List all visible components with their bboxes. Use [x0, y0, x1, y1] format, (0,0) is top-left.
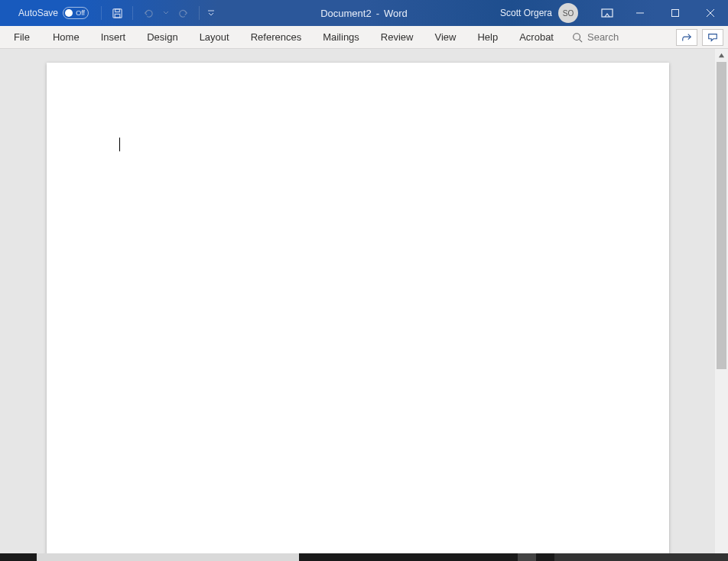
title-right: Scott Orgera SO [500, 0, 728, 26]
tab-mailings[interactable]: Mailings [312, 26, 370, 48]
search-group[interactable] [572, 31, 633, 43]
undo-dropdown[interactable] [162, 4, 170, 22]
ribbon-right [676, 29, 728, 46]
vertical-scrollbar[interactable] [715, 49, 728, 553]
maximize-icon [671, 8, 680, 18]
scroll-thumb[interactable] [717, 62, 726, 369]
text-cursor [119, 138, 120, 151]
status-segment [518, 553, 536, 561]
divider [199, 6, 200, 20]
minimize-icon [635, 8, 645, 18]
document-page[interactable] [47, 63, 669, 553]
toggle-knob [65, 9, 73, 17]
tab-references[interactable]: References [240, 26, 312, 48]
chevron-down-icon [163, 10, 169, 16]
redo-button[interactable] [174, 4, 193, 22]
undo-icon [143, 8, 154, 18]
autosave-toggle[interactable]: Off [63, 7, 89, 19]
status-bar[interactable] [0, 553, 728, 561]
tab-view[interactable]: View [424, 26, 466, 48]
search-input[interactable] [587, 31, 633, 43]
svg-rect-6 [672, 10, 679, 17]
close-icon [706, 8, 715, 18]
status-segment [37, 553, 299, 561]
save-icon [112, 8, 123, 19]
share-icon [681, 32, 692, 43]
ribbon-options-icon [601, 8, 613, 18]
tab-acrobat[interactable]: Acrobat [509, 26, 564, 48]
app-name: Word [384, 8, 408, 19]
autosave-group: AutoSave Off [0, 7, 89, 19]
ribbon-tabs: File Home Insert Design Layout Reference… [0, 26, 728, 49]
minimize-button[interactable] [622, 0, 658, 26]
status-segment [0, 553, 37, 561]
tab-design[interactable]: Design [136, 26, 188, 48]
comments-button[interactable] [702, 29, 723, 46]
customize-qat-button[interactable] [206, 4, 216, 22]
divider [101, 6, 102, 20]
avatar[interactable]: SO [558, 3, 578, 23]
chevron-up-icon [718, 52, 725, 59]
title-separator: - [376, 8, 379, 19]
undo-button[interactable] [139, 4, 158, 22]
divider [132, 6, 133, 20]
svg-line-10 [580, 39, 583, 42]
comments-icon [707, 32, 718, 43]
tab-file[interactable]: File [0, 26, 42, 48]
autosave-state: Off [76, 9, 85, 17]
autosave-label: AutoSave [18, 8, 58, 18]
svg-rect-2 [115, 14, 120, 18]
scroll-up-button[interactable] [715, 49, 728, 62]
tab-help[interactable]: Help [466, 26, 509, 48]
document-name: Document2 [320, 8, 371, 19]
maximize-button[interactable] [658, 0, 693, 26]
save-button[interactable] [108, 4, 126, 22]
title-bar: AutoSave Off Document2 - Word Scot [0, 0, 728, 26]
workspace [0, 49, 728, 553]
quick-access-toolbar [99, 4, 216, 22]
status-segment [299, 553, 518, 561]
redo-icon [178, 8, 189, 18]
tab-review[interactable]: Review [370, 26, 424, 48]
status-segment [554, 553, 728, 561]
ribbon-display-options-button[interactable] [592, 0, 622, 26]
tab-home[interactable]: Home [42, 26, 90, 48]
svg-point-9 [574, 33, 580, 40]
search-icon [572, 32, 583, 43]
chevron-down-icon [207, 9, 215, 17]
share-button[interactable] [676, 29, 697, 46]
tab-insert[interactable]: Insert [90, 26, 137, 48]
svg-rect-1 [115, 8, 119, 11]
status-segment [536, 553, 554, 561]
tab-layout[interactable]: Layout [189, 26, 240, 48]
svg-rect-0 [112, 8, 121, 17]
user-name[interactable]: Scott Orgera [500, 8, 552, 18]
title-center: Document2 - Word [320, 8, 408, 19]
close-button[interactable] [693, 0, 728, 26]
